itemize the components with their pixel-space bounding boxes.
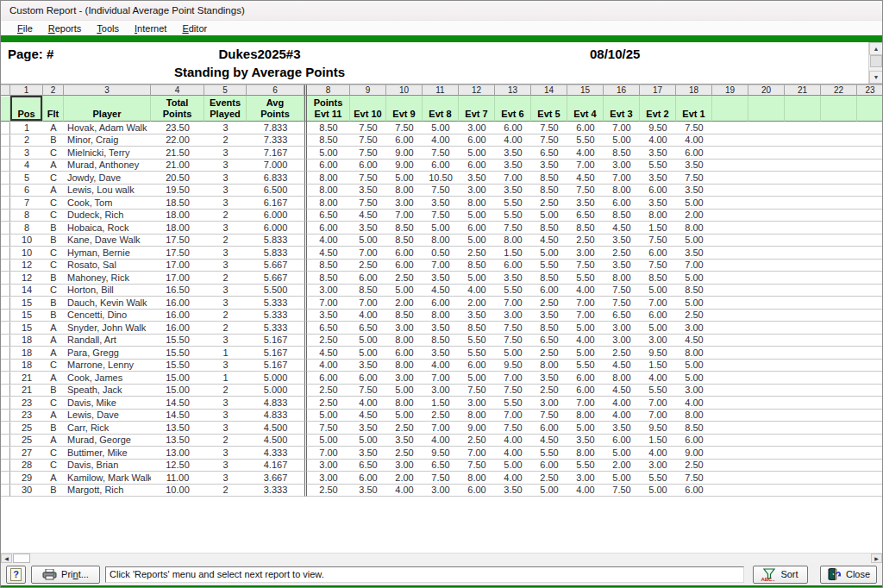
grid-cell[interactable] xyxy=(857,134,882,147)
grid-cell[interactable]: 5.00 xyxy=(386,385,423,397)
grid-cell[interactable]: 25 xyxy=(10,435,43,447)
grid-cell[interactable] xyxy=(748,422,785,435)
grid-cell[interactable]: 8.00 xyxy=(307,197,350,210)
grid-cell[interactable]: 20.50 xyxy=(151,172,204,185)
row-header-cell[interactable] xyxy=(1,297,10,310)
grid-cell[interactable]: 3.00 xyxy=(459,122,495,134)
column-number-cell[interactable]: 19 xyxy=(712,84,748,96)
grid-cell[interactable]: 5.50 xyxy=(495,197,531,210)
grid-cell[interactable]: Murad, George xyxy=(64,435,151,447)
grid-cell[interactable]: 15 xyxy=(10,297,43,310)
grid-cell[interactable]: 4.00 xyxy=(386,485,423,497)
grid-cell[interactable] xyxy=(785,285,821,297)
grid-cell[interactable]: 5.50 xyxy=(567,272,604,285)
grid-cell[interactable]: B xyxy=(43,422,64,435)
grid-cell[interactable]: 7.50 xyxy=(423,147,459,160)
grid-cell[interactable] xyxy=(712,122,748,134)
grid-cell[interactable] xyxy=(821,322,857,335)
grid-cell[interactable]: 3.50 xyxy=(640,197,676,210)
grid-cell[interactable] xyxy=(712,372,748,385)
grid-cell[interactable]: 5.50 xyxy=(567,360,604,372)
header-cell-7[interactable]: PointsEvt 11 xyxy=(307,96,350,122)
column-number-cell[interactable]: 18 xyxy=(676,84,712,96)
grid-cell[interactable]: 6.00 xyxy=(459,360,495,372)
row-header-cell[interactable] xyxy=(1,134,10,147)
grid-cell[interactable]: 8.50 xyxy=(531,272,567,285)
grid-cell[interactable]: 4.50 xyxy=(531,435,567,447)
grid-cell[interactable]: 3.00 xyxy=(567,247,604,260)
grid-cell[interactable] xyxy=(712,172,748,185)
grid-cell[interactable]: 5.00 xyxy=(676,360,712,372)
grid-cell[interactable]: C xyxy=(43,260,64,272)
print-button[interactable]: Print... xyxy=(31,566,100,584)
grid-cell[interactable]: 3.50 xyxy=(676,247,712,260)
grid-cell[interactable]: 6.00 xyxy=(307,372,350,385)
grid-cell[interactable]: 15.50 xyxy=(151,360,204,372)
grid-cell[interactable]: 5.00 xyxy=(676,197,712,210)
grid-cell[interactable]: 1.50 xyxy=(640,222,676,235)
grid-cell[interactable]: 7.50 xyxy=(676,172,712,185)
grid-cell[interactable]: 9.50 xyxy=(423,447,459,460)
grid-cell[interactable]: 7.00 xyxy=(350,247,386,260)
header-vertical-scrollbar[interactable]: ▲ ▼ xyxy=(868,42,882,84)
grid-cell[interactable]: 2.00 xyxy=(676,210,712,222)
grid-cell[interactable]: 4.00 xyxy=(567,147,604,160)
grid-cell[interactable]: 3.50 xyxy=(495,160,531,172)
grid-cell[interactable] xyxy=(857,197,882,210)
grid-cell[interactable]: C xyxy=(43,147,64,160)
grid-cell[interactable]: 3.50 xyxy=(531,310,567,322)
grid-cell[interactable]: Hyman, Bernie xyxy=(64,247,151,260)
row-header-cell[interactable] xyxy=(1,460,10,472)
grid-cell[interactable]: 5.667 xyxy=(247,260,304,272)
grid-cell[interactable] xyxy=(748,397,785,410)
grid-cell[interactable]: A xyxy=(43,435,64,447)
grid-cell[interactable]: 6.167 xyxy=(247,197,304,210)
grid-cell[interactable] xyxy=(712,335,748,347)
grid-cell[interactable]: 5.333 xyxy=(247,322,304,335)
grid-cell[interactable]: 6.00 xyxy=(350,372,386,385)
grid-cell[interactable]: 12 xyxy=(10,272,43,285)
grid-cell[interactable]: 1.50 xyxy=(640,360,676,372)
grid-cell[interactable]: 22.00 xyxy=(151,134,204,147)
grid-cell[interactable]: 3.50 xyxy=(423,197,459,210)
grid-cell[interactable]: 5.500 xyxy=(247,285,304,297)
grid-cell[interactable]: Hobaica, Rock xyxy=(64,222,151,235)
grid-cell[interactable]: 8 xyxy=(10,210,43,222)
column-number-cell[interactable]: 1 xyxy=(10,84,43,96)
grid-cell[interactable]: 3.00 xyxy=(386,197,423,210)
grid-cell[interactable]: 5.00 xyxy=(459,272,495,285)
grid-cell[interactable]: Rosato, Sal xyxy=(64,260,151,272)
grid-cell[interactable]: 7.50 xyxy=(459,460,495,472)
grid-cell[interactable] xyxy=(748,172,785,185)
grid-cell[interactable]: 5.50 xyxy=(459,335,495,347)
header-cell-3[interactable]: Player xyxy=(64,96,151,122)
header-cell-1[interactable]: Pos xyxy=(10,96,43,122)
grid-cell[interactable]: 5.50 xyxy=(531,447,567,460)
grid-cell[interactable]: 8.00 xyxy=(459,472,495,485)
grid-cell[interactable] xyxy=(785,335,821,347)
grid-cell[interactable] xyxy=(857,222,882,235)
grid-cell[interactable] xyxy=(857,422,882,435)
grid-cell[interactable] xyxy=(712,222,748,235)
grid-cell[interactable]: 7.00 xyxy=(307,297,350,310)
grid-cell[interactable]: 7.00 xyxy=(495,172,531,185)
grid-cell[interactable] xyxy=(748,247,785,260)
column-number-cell[interactable]: 2 xyxy=(43,84,64,96)
column-number-cell[interactable]: 9 xyxy=(350,84,386,96)
grid-cell[interactable]: 15.00 xyxy=(151,385,204,397)
grid-cell[interactable]: 3.00 xyxy=(459,397,495,410)
grid-cell[interactable]: 3.50 xyxy=(423,322,459,335)
grid-cell[interactable]: 21.00 xyxy=(151,160,204,172)
grid-cell[interactable]: 6.00 xyxy=(350,472,386,485)
grid-cell[interactable]: 2 xyxy=(204,485,247,497)
grid-cell[interactable]: 8.00 xyxy=(386,397,423,410)
grid-cell[interactable]: 21.50 xyxy=(151,147,204,160)
grid-cell[interactable]: 3.50 xyxy=(386,435,423,447)
grid-cell[interactable] xyxy=(748,197,785,210)
grid-cell[interactable]: 14.50 xyxy=(151,397,204,410)
grid-cell[interactable]: Cook, James xyxy=(64,372,151,385)
grid-cell[interactable]: 13.00 xyxy=(151,447,204,460)
grid-cell[interactable] xyxy=(748,447,785,460)
grid-cell[interactable]: 5.50 xyxy=(495,210,531,222)
grid-cell[interactable]: 25 xyxy=(10,422,43,435)
